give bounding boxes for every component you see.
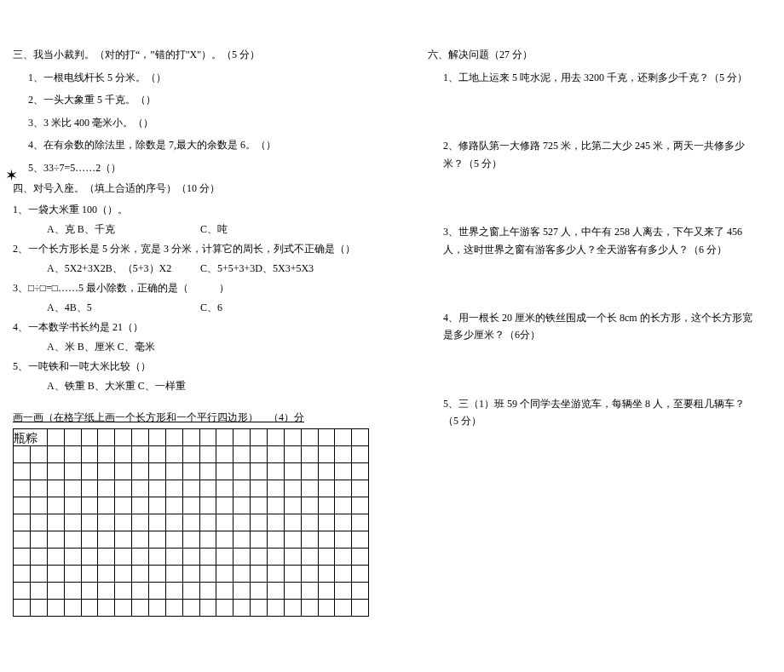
s6-q1: 1、工地上运来 5 吨水泥，用去 3200 千克，还剩多少千克？（5 分）: [443, 69, 758, 86]
grid-cell: [115, 462, 132, 480]
grid-cell: [216, 565, 233, 582]
grid-cell: [132, 548, 149, 565]
s4-q2: 2、一个长方形长是 5 分米，宽是 3 分米，计算它的周长，列式不正确是（）: [13, 242, 377, 256]
grid-cell: [165, 445, 182, 462]
grid-cell: [14, 514, 31, 531]
grid-cell: [182, 428, 199, 445]
grid-cell: [267, 462, 284, 480]
grid-cell: [182, 514, 199, 531]
grid-cell: [98, 565, 115, 582]
grid-cell: [165, 497, 182, 514]
grid-cell: [182, 565, 199, 582]
s6-q3: 3、世界之窗上午游客 527 人，中午有 258 人离去，下午又来了 456 人…: [443, 223, 758, 258]
grid-cell: [335, 599, 352, 616]
grid-cell: [98, 531, 115, 548]
grid-cell: [284, 531, 301, 548]
s4-q1: 1、一袋大米重 100（）。: [13, 203, 377, 217]
grid-cell: [251, 497, 268, 514]
grid-cell: [30, 480, 47, 497]
grid-cell: [165, 565, 182, 582]
grid-cell: [199, 462, 216, 480]
s4-q1-opt-a: A、克 B、千克: [47, 222, 175, 237]
s4-q5: 5、一吨铁和一吨大米比较（）: [13, 359, 377, 374]
grid-cell: [267, 582, 284, 599]
grid-cell: [233, 599, 251, 616]
grid-cell: [64, 480, 81, 497]
grid-cell: [284, 480, 301, 497]
grid-cell: [64, 548, 81, 565]
grid-cell: [199, 565, 216, 582]
grid-cell: [98, 428, 115, 445]
grid-cell: [335, 497, 352, 514]
grid-cell: [335, 582, 352, 599]
decorative-star: ✶: [5, 166, 18, 185]
grid-cell: [165, 599, 182, 616]
grid-cell: [233, 462, 251, 480]
grid-cell: [233, 548, 251, 565]
grid-cell: [47, 548, 64, 565]
grid-cell: [132, 514, 149, 531]
s6-q5: 5、三（1）班 59 个同学去坐游览车，每辆坐 8 人，至要租几辆车？（5 分）: [443, 395, 758, 430]
grid-cell: [81, 428, 98, 445]
grid-cell: [64, 462, 81, 480]
grid-cell: [30, 548, 47, 565]
grid-cell: [14, 445, 31, 462]
grid-cell: [47, 480, 64, 497]
grid-cell: 瓶粽: [14, 428, 48, 445]
grid-cell: [148, 582, 165, 599]
grid-cell: [148, 497, 165, 514]
grid-cell: [81, 531, 98, 548]
grid-cell: [199, 531, 216, 548]
s4-q1-opt-c: C、吨: [200, 222, 328, 237]
grid-cell: [14, 531, 31, 548]
grid-cell: [30, 462, 47, 480]
grid-cell: [352, 565, 369, 582]
grid-cell: [267, 548, 284, 565]
grid-cell: [301, 531, 318, 548]
grid-cell: [132, 582, 149, 599]
grid-cell: [182, 497, 199, 514]
grid-cell: [182, 582, 199, 599]
grid-cell: [301, 445, 318, 462]
grid-cell: [132, 462, 149, 480]
grid-cell: [301, 462, 318, 480]
grid-cell: [216, 548, 233, 565]
grid-cell: [216, 497, 233, 514]
grid-cell: [352, 514, 369, 531]
grid-cell: [352, 462, 369, 480]
grid-cell: [267, 599, 284, 616]
grid-cell: [251, 548, 268, 565]
grid-cell: [98, 445, 115, 462]
grid-cell: [148, 531, 165, 548]
grid-cell: [335, 445, 352, 462]
grid-cell: [251, 582, 268, 599]
grid-cell: [318, 531, 335, 548]
grid-cell: [352, 582, 369, 599]
grid-cell: [199, 480, 216, 497]
grid-cell: [216, 599, 233, 616]
grid-cell: [199, 582, 216, 599]
grid-cell: [47, 497, 64, 514]
grid-cell: [267, 514, 284, 531]
s3-item1: 1、一根电线杆长 5 分米。（）: [28, 69, 377, 86]
grid-cell: [115, 531, 132, 548]
grid-cell: [81, 514, 98, 531]
section5-caption: 画一画（在格字纸上画一个长方形和一个平行四边形） （4）分: [13, 411, 377, 425]
grid-cell: [267, 428, 284, 445]
grid-cell: [301, 497, 318, 514]
s4-q5-opt-a: A、铁重 B、大米重 C、一样重: [47, 379, 186, 393]
grid-cell: [318, 480, 335, 497]
grid-cell: [199, 514, 216, 531]
grid-cell: [64, 582, 81, 599]
grid-cell: [64, 497, 81, 514]
grid-cell: [98, 497, 115, 514]
grid-cell: [284, 497, 301, 514]
grid-cell: [148, 428, 165, 445]
grid-cell: [301, 428, 318, 445]
grid-cell: [14, 462, 31, 480]
grid-cell: [115, 565, 132, 582]
grid-cell: [115, 599, 132, 616]
grid-cell: [233, 531, 251, 548]
grid-cell: [318, 428, 335, 445]
grid-cell: [115, 582, 132, 599]
